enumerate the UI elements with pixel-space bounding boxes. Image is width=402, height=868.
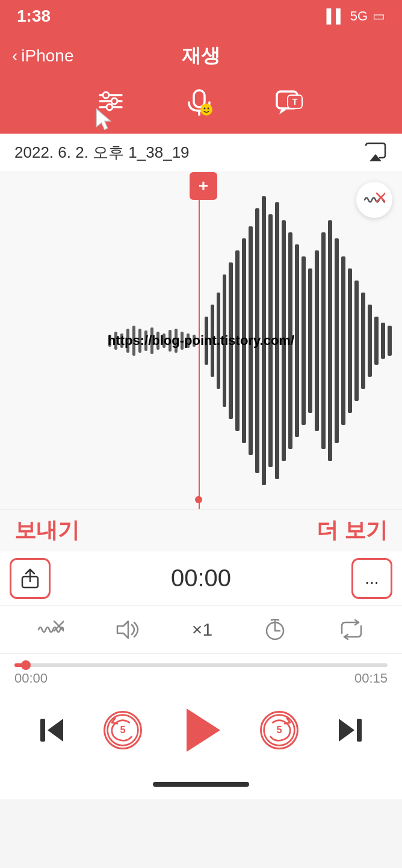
- skip-to-start-button[interactable]: [36, 714, 68, 746]
- svg-rect-52: [335, 238, 339, 443]
- noise-reduce-icon: [363, 191, 385, 209]
- volume-button[interactable]: [115, 619, 141, 640]
- skip-to-start-icon: [36, 714, 68, 746]
- cursor-icon: [91, 107, 122, 137]
- back-chevron-icon: ‹: [12, 46, 17, 66]
- filter-button[interactable]: [97, 89, 124, 119]
- share-icon: [20, 568, 40, 589]
- mic-emoji-button[interactable]: [184, 89, 214, 121]
- svg-rect-54: [348, 268, 352, 413]
- progress-total: 00:15: [354, 671, 388, 686]
- speed-button[interactable]: ×1: [192, 619, 212, 640]
- play-button[interactable]: [177, 706, 225, 754]
- add-marker-button[interactable]: +: [190, 172, 217, 200]
- toolbar: T: [0, 79, 402, 134]
- back-button[interactable]: ‹ iPhone: [12, 46, 74, 66]
- transcript-button[interactable]: T: [274, 89, 305, 121]
- network-label: 5G: [350, 8, 368, 24]
- skip-forward-5-icon: 5: [262, 711, 297, 749]
- skip-to-end-button[interactable]: [334, 714, 366, 746]
- svg-rect-49: [315, 250, 319, 431]
- playhead-dot: [195, 496, 202, 503]
- svg-rect-51: [328, 220, 332, 461]
- speed-label: ×1: [192, 619, 212, 640]
- progress-current: 00:00: [14, 671, 48, 686]
- svg-rect-55: [354, 281, 359, 401]
- status-time: 1:38: [17, 7, 51, 26]
- svg-point-9: [200, 104, 212, 116]
- svg-rect-71: [40, 719, 45, 742]
- svg-point-10: [204, 108, 206, 110]
- back-label: iPhone: [21, 46, 73, 66]
- more-action-label[interactable]: 더 보기: [317, 516, 388, 545]
- controls-row: ×1: [0, 606, 402, 654]
- svg-rect-60: [388, 326, 392, 356]
- playback-bar: 00:00 ...: [0, 551, 402, 606]
- add-marker-icon: +: [199, 176, 208, 196]
- noise-cancel-button[interactable]: [37, 619, 64, 640]
- page-title: 재생: [182, 43, 220, 69]
- mic-emoji-icon: [184, 89, 214, 116]
- svg-rect-57: [368, 305, 372, 377]
- home-indicator: [0, 769, 402, 799]
- svg-rect-77: [357, 719, 362, 742]
- svg-point-3: [103, 92, 109, 98]
- skip-back-5-button[interactable]: 5: [104, 711, 142, 749]
- play-icon: [187, 708, 220, 752]
- svg-rect-50: [321, 232, 326, 449]
- svg-point-4: [111, 98, 117, 104]
- svg-rect-58: [374, 317, 379, 365]
- transcript-icon: T: [274, 89, 305, 116]
- volume-icon: [115, 619, 141, 640]
- svg-marker-67: [117, 621, 128, 638]
- svg-rect-56: [361, 293, 365, 389]
- home-bar: [153, 782, 249, 787]
- svg-rect-59: [381, 323, 385, 359]
- svg-marker-6: [96, 109, 110, 129]
- nav-bar: ‹ iPhone 재생: [0, 33, 402, 79]
- progress-section: 00:00 00:15: [0, 654, 402, 691]
- share-button[interactable]: [10, 558, 51, 599]
- action-labels: 보내기 더 보기: [0, 509, 402, 551]
- countdown-button[interactable]: [263, 619, 287, 640]
- repeat-icon: [338, 619, 365, 640]
- svg-text:5: 5: [277, 724, 282, 735]
- waveform-area[interactable]: + https://blog-point.tistory.com/: [0, 172, 402, 509]
- status-icons: ▌▌ 5G ▭: [326, 8, 385, 24]
- svg-marker-70: [48, 719, 63, 742]
- signal-icon: ▌▌: [326, 8, 345, 24]
- svg-rect-47: [302, 256, 306, 425]
- battery-icon: ▭: [373, 8, 385, 24]
- noise-cancel-icon: [37, 619, 64, 640]
- playback-time: 00:00: [171, 565, 231, 592]
- repeat-button[interactable]: [338, 619, 365, 640]
- progress-times: 00:00 00:15: [14, 671, 388, 686]
- recording-info-bar: 2022. 6. 2. 오후 1_38_19: [0, 134, 402, 172]
- more-options-button[interactable]: ...: [351, 558, 392, 599]
- countdown-icon: [263, 619, 287, 640]
- watermark: https://blog-point.tistory.com/: [108, 333, 294, 349]
- more-dots-icon: ...: [365, 569, 379, 588]
- svg-point-11: [208, 108, 209, 110]
- status-bar: 1:38 ▌▌ 5G ▭: [0, 0, 402, 33]
- airplay-icon: [363, 141, 388, 163]
- skip-back-5-icon: 5: [105, 711, 140, 749]
- svg-rect-48: [308, 268, 312, 413]
- svg-text:T: T: [292, 97, 298, 107]
- svg-marker-76: [339, 719, 354, 742]
- recording-date: 2022. 6. 2. 오후 1_38_19: [14, 142, 190, 163]
- playback-controls: 5 5: [0, 691, 402, 769]
- noise-reduce-button[interactable]: [356, 182, 392, 218]
- progress-track[interactable]: [14, 663, 388, 667]
- skip-forward-5-button[interactable]: 5: [260, 711, 298, 749]
- airplay-button[interactable]: [363, 141, 388, 165]
- share-action-label[interactable]: 보내기: [14, 516, 79, 545]
- progress-thumb[interactable]: [21, 660, 31, 670]
- svg-text:5: 5: [120, 724, 125, 735]
- svg-rect-46: [295, 244, 299, 437]
- skip-to-end-icon: [334, 714, 366, 746]
- svg-rect-53: [341, 256, 345, 425]
